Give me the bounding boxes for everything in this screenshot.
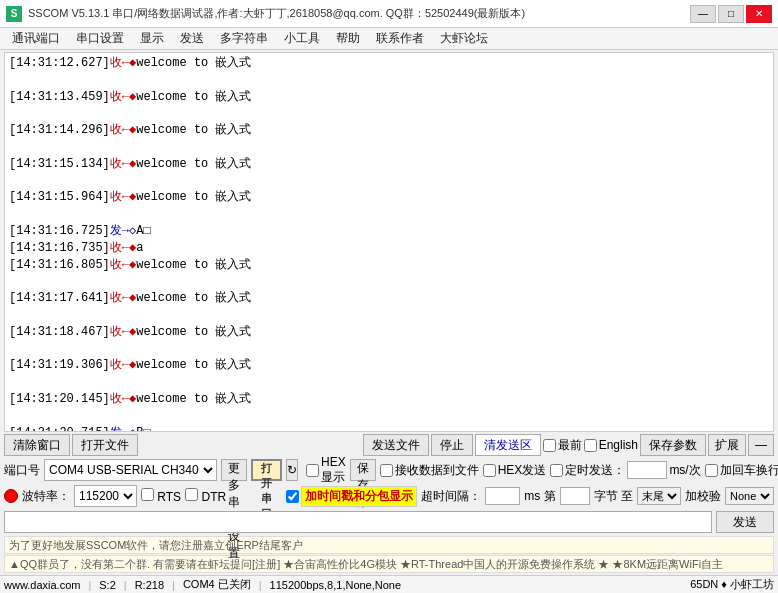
- window-controls: — □ ✕: [690, 5, 772, 23]
- recv-to-file-checkbox[interactable]: [380, 464, 393, 477]
- expand-button[interactable]: 扩展: [708, 434, 746, 456]
- status-baud-info: 115200bps,8,1,None,None: [270, 579, 402, 591]
- bottom-area: 清除窗口 打开文件 发送文件 停止 清发送区 最前 English 保存参数 扩…: [0, 432, 778, 575]
- zuijin-checkbox[interactable]: [543, 439, 556, 452]
- timeout-label: 超时间隔：: [421, 488, 481, 505]
- add-cr-checkbox[interactable]: [705, 464, 718, 477]
- open-file-button[interactable]: 打开文件: [72, 434, 138, 456]
- timestamp-text: 加时间戳和分包显示: [301, 486, 417, 507]
- timestamp-checkbox[interactable]: [286, 490, 299, 503]
- menu-help[interactable]: 帮助: [328, 28, 368, 49]
- timing-send-text: 定时发送：: [565, 462, 625, 479]
- ad-row-2: ▲QQ群员了，没有第二个群. 有需要请在虾坛提问[注册] ★合宙高性价比4G模块…: [4, 555, 774, 573]
- hex-send-text: HEX发送: [498, 462, 547, 479]
- close-button[interactable]: ✕: [746, 5, 772, 23]
- dtr-checkbox[interactable]: [185, 488, 198, 501]
- send-file-button[interactable]: 发送文件: [363, 434, 429, 456]
- zuijin-checkbox-label: 最前: [543, 437, 582, 454]
- hex-send-label: HEX发送: [483, 462, 547, 479]
- hex-display-checkbox[interactable]: [306, 464, 319, 477]
- statusbar: www.daxia.com | S:2 | R:218 | COM4 已关闭 |…: [0, 575, 778, 593]
- status-suffix: 65DN ♦ 小虾工坊: [690, 577, 774, 592]
- recv-to-file-label: 接收数据到文件: [380, 462, 479, 479]
- add-cr-label: 加回车换行: [705, 462, 778, 479]
- maximize-button[interactable]: □: [718, 5, 744, 23]
- rts-checkbox[interactable]: [141, 488, 154, 501]
- refresh-button[interactable]: ↻: [286, 459, 298, 481]
- byte-label: 字节 至: [594, 488, 633, 505]
- baud-label: 波特率：: [22, 488, 70, 505]
- save-params-button[interactable]: 保存参数: [640, 434, 706, 456]
- english-checkbox[interactable]: [584, 439, 597, 452]
- hex-display-label: HEX显示: [306, 455, 346, 486]
- title-text: SSCOM V5.13.1 串口/网络数据调试器,作者:大虾丁丁,2618058…: [28, 6, 690, 21]
- timestamp-label: 加时间戳和分包显示: [286, 486, 417, 507]
- status-r: R:218: [135, 579, 164, 591]
- timeout-unit-text: ms 第: [524, 488, 555, 505]
- send-text-input[interactable]: B: [4, 511, 712, 533]
- minus-button[interactable]: —: [748, 434, 774, 456]
- status-port-status: COM4 已关闭: [183, 577, 251, 592]
- status-s: S:2: [99, 579, 116, 591]
- menu-forum[interactable]: 大虾论坛: [432, 28, 496, 49]
- more-ports-button[interactable]: 更多串口设置: [221, 459, 247, 481]
- timing-value-input[interactable]: 1000: [627, 461, 667, 479]
- english-label: English: [599, 438, 638, 452]
- ad-row-1: 为了更好地发展SSCOM软件，请您注册嘉立创ERP结尾客户: [4, 536, 774, 554]
- terminal-output: [14:31:12.627]收←◆welcome to 嵌入式 [14:31:1…: [4, 52, 774, 432]
- menu-comm-port[interactable]: 通讯端口: [4, 28, 68, 49]
- save-data-button[interactable]: 保存数据: [350, 459, 376, 481]
- end-select[interactable]: 末尾: [637, 487, 681, 505]
- clear-send-button[interactable]: 清发送区: [475, 434, 541, 456]
- menu-display[interactable]: 显示: [132, 28, 172, 49]
- checksum-label: 加校验: [685, 488, 721, 505]
- toolbar-row2: 端口号 COM4 USB-SERIAL CH340 更多串口设置 打开串口 ↻ …: [4, 458, 774, 482]
- clear-window-button[interactable]: 清除窗口: [4, 434, 70, 456]
- app-icon: S: [6, 6, 22, 22]
- status-site: www.daxia.com: [4, 579, 80, 591]
- hex-display-text: HEX显示: [321, 455, 346, 486]
- timeout-input[interactable]: 20: [485, 487, 520, 505]
- toolbar-row3: 波特率： 115200 9600 19200 38400 57600 RTS D…: [4, 484, 774, 508]
- menu-serial-settings[interactable]: 串口设置: [68, 28, 132, 49]
- timing-unit-text: ms/次: [669, 462, 700, 479]
- checksum-select[interactable]: None: [725, 487, 774, 505]
- toolbar-row4: B 发送: [4, 510, 774, 534]
- hex-send-area: HEX发送: [483, 462, 547, 479]
- port-select[interactable]: COM4 USB-SERIAL CH340: [44, 459, 217, 481]
- baud-select[interactable]: 115200 9600 19200 38400 57600: [74, 485, 137, 507]
- led-indicator: [4, 489, 18, 503]
- page-input[interactable]: 1: [560, 487, 590, 505]
- hex-send-checkbox[interactable]: [483, 464, 496, 477]
- port-label: 端口号: [4, 462, 40, 479]
- menu-send[interactable]: 发送: [172, 28, 212, 49]
- menu-contact[interactable]: 联系作者: [368, 28, 432, 49]
- minimize-button[interactable]: —: [690, 5, 716, 23]
- toolbar-row1: 清除窗口 打开文件 发送文件 停止 清发送区 最前 English 保存参数 扩…: [4, 434, 774, 456]
- titlebar: S SSCOM V5.13.1 串口/网络数据调试器,作者:大虾丁丁,26180…: [0, 0, 778, 28]
- add-cr-text: 加回车换行: [720, 462, 778, 479]
- recv-to-file-text: 接收数据到文件: [395, 462, 479, 479]
- open-port-button[interactable]: 打开串口: [251, 459, 282, 481]
- timing-send-area: 定时发送： 1000 ms/次: [550, 461, 700, 479]
- zuijin-label: 最前: [558, 437, 582, 454]
- english-checkbox-label: English: [584, 438, 638, 452]
- rts-dtr-area: RTS DTR: [141, 488, 226, 504]
- menu-multistring[interactable]: 多字符串: [212, 28, 276, 49]
- timing-send-checkbox[interactable]: [550, 464, 563, 477]
- menubar: 通讯端口 串口设置 显示 发送 多字符串 小工具 帮助 联系作者 大虾论坛: [0, 28, 778, 50]
- send-button[interactable]: 发送: [716, 511, 774, 533]
- stop-button[interactable]: 停止: [431, 434, 473, 456]
- menu-tools[interactable]: 小工具: [276, 28, 328, 49]
